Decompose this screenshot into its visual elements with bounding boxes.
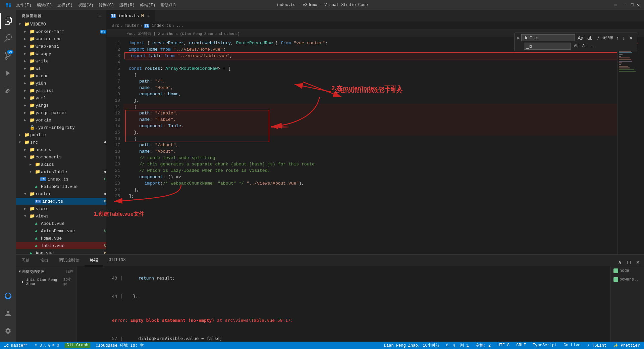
replace-button[interactable]: Ab (572, 43, 580, 50)
tree-item-axiosTable-index[interactable]: TS index.ts U (16, 176, 106, 183)
code-content[interactable]: import { createRouter, createWebHistory,… (123, 30, 644, 254)
menu-view[interactable]: 视图(V) (78, 2, 94, 8)
tree-item-table[interactable]: ▲ Table.vue U (16, 242, 106, 249)
tree-item-yallist[interactable]: ▶ 📁 yallist (16, 87, 106, 94)
find-word-button[interactable]: ab (586, 35, 594, 41)
menu-edit[interactable]: 编辑(E) (37, 2, 52, 8)
tree-item-yaml[interactable]: ▶ 📁 yaml (16, 94, 106, 102)
find-next-button[interactable]: ↓ (621, 35, 626, 41)
breadcrumb-file[interactable]: TS index.ts (144, 23, 171, 28)
status-prettier[interactable]: ✨ Prettier (612, 343, 641, 348)
replace-all-button[interactable]: Ab↵ (581, 43, 588, 50)
tab-close-button[interactable]: ✕ (146, 13, 151, 18)
tree-item-worker-farm[interactable]: ▶ 📁 worker-farm @v (16, 28, 106, 35)
menu-terminal[interactable]: 终端(T) (140, 2, 156, 8)
tree-item-home[interactable]: ▲ Home.vue (16, 235, 106, 242)
find-aa-button[interactable]: Aa (576, 35, 585, 41)
status-position[interactable]: 行 4, 列 1 (445, 343, 470, 348)
breadcrumb-src[interactable]: src (112, 23, 119, 28)
layout-icon[interactable]: ⊞ (614, 2, 617, 8)
status-golive[interactable]: Go Live (562, 343, 582, 348)
replace-input[interactable] (524, 43, 571, 50)
close-button[interactable]: ✕ (636, 3, 641, 7)
run-icon[interactable] (0, 65, 16, 81)
settings-icon[interactable] (0, 323, 16, 339)
status-encoding[interactable]: UTF-8 (496, 343, 511, 348)
tree-item-ws[interactable]: ▶ 📁 ws (16, 65, 106, 72)
account-icon[interactable] (0, 305, 16, 321)
terminal-output[interactable]: 43 | return result; 44 | }, error: Empty… (76, 266, 610, 342)
find-input[interactable] (521, 34, 575, 41)
status-spaces[interactable]: 空格: 2 (474, 343, 492, 348)
status-errors[interactable]: ⊘ 0 △ 0 ⊗ 0 (34, 343, 61, 348)
tree-root[interactable]: ▼ 📁 V3DEMO (16, 20, 106, 28)
tree-item-yorkie[interactable]: ▶ 📁 yorkie (16, 116, 106, 124)
menu-goto[interactable]: 转到(G) (99, 2, 114, 8)
tree-item-axiosTable[interactable]: ▼ 📁 axiosTable (16, 168, 106, 176)
menu-file[interactable]: 文件(F) (16, 2, 32, 8)
tree-item-about[interactable]: ▲ About.vue (16, 220, 106, 227)
find-prev-button[interactable]: ↑ (615, 35, 620, 41)
tree-item-router[interactable]: ▼ 📁 router (16, 190, 106, 198)
tree-item-views[interactable]: ▼ 📁 views (16, 212, 106, 220)
tree-item-xtend[interactable]: ▶ 📁 xtend (16, 72, 106, 80)
status-language[interactable]: TypeScript (531, 343, 558, 348)
find-regex-button[interactable]: .* (595, 35, 601, 41)
tree-item-appvue[interactable]: ▲ App.vue M (16, 249, 106, 254)
panel-collapse-button[interactable]: ∧ (616, 258, 623, 266)
tree-item-yargs-parser[interactable]: ▶ 📁 yargs-parser (16, 109, 106, 116)
status-tslint[interactable]: ⚡ TSLint (586, 343, 608, 348)
tree-item-wrap-ansi[interactable]: ▶ 📁 wrap-ansi (16, 43, 106, 50)
panel-tab-gitlins[interactable]: GITLINS (103, 254, 131, 266)
status-cloudbase[interactable]: CloudBase 环境 Id: 空 (94, 343, 145, 348)
menu-run[interactable]: 运行(R) (119, 2, 135, 8)
extensions-icon[interactable] (0, 83, 16, 99)
tree-item-assets[interactable]: ▶ 📁 assets (16, 146, 106, 153)
panel-tab-debug[interactable]: 调试控制台 (54, 254, 85, 266)
tab-index-ts[interactable]: TS index.ts M ✕ (107, 10, 156, 21)
status-gitgraph[interactable]: Git Graph (65, 343, 91, 348)
tree-item-store[interactable]: ▶ 📁 store (16, 205, 106, 212)
menu-select[interactable]: 选择(S) (57, 2, 73, 8)
remote-icon[interactable] (0, 288, 16, 304)
tree-item-src[interactable]: ▼ 📁 src (16, 139, 106, 146)
sidebar-tree[interactable]: ▼ 📁 V3DEMO ▶ 📁 worker-farm @v ▶ 📁 worker (16, 20, 106, 254)
tree-item-axios[interactable]: ▶ 📁 axios (16, 161, 106, 168)
find-close-button[interactable]: ✕ (628, 35, 634, 41)
status-eol[interactable]: CRLF (515, 343, 527, 348)
find-widget[interactable]: ▶ Aa ab .* 无结果 ↑ ↓ ✕ (514, 33, 637, 51)
tree-item-y18n[interactable]: ▶ 📁 y18n (16, 80, 106, 87)
code-editor[interactable]: You, 3秒钟前 | 2 authors (Dian Peng Zhao an… (107, 30, 644, 254)
panel-tab-terminal[interactable]: 终端 (85, 254, 103, 266)
tree-item-wrappy[interactable]: ▶ 📁 wrappy (16, 50, 106, 57)
status-branch[interactable]: ⎇ master* (3, 343, 30, 348)
tree-item-axiosdemo[interactable]: ▲ AxiosDemo.vue U (16, 227, 106, 235)
panel-tab-problems[interactable]: 问题 (16, 254, 35, 266)
new-file-icon[interactable]: ⋯ (98, 14, 101, 18)
panel-tab-output[interactable]: 输出 (35, 254, 54, 266)
breadcrumb-router[interactable]: router (124, 23, 139, 28)
menu-help[interactable]: 帮助(H) (161, 2, 176, 8)
explorer-icon[interactable] (0, 13, 16, 29)
maximize-button[interactable]: □ (630, 3, 635, 7)
status-author[interactable]: Dian Peng Zhao, 16小时前 (383, 343, 441, 348)
side-item-powers[interactable]: powers... (611, 275, 644, 284)
tree-item-public[interactable]: ▶ 📁 public (16, 131, 106, 139)
titlebar-menu[interactable]: 文件(F) 编辑(E) 选择(S) 视图(V) 转到(G) 运行(R) 终端(T… (16, 2, 176, 8)
source-control-icon[interactable]: 20 (0, 48, 16, 64)
side-item-node[interactable]: node (611, 266, 644, 275)
tree-item-helloworld[interactable]: ▲ HelloWorld.vue (16, 183, 106, 190)
tree-item-yargs[interactable]: ▶ 📁 yargs (16, 102, 106, 109)
tree-item-router-index[interactable]: TS index.ts M (16, 198, 106, 205)
tree-item-write[interactable]: ▶ 📁 write (16, 57, 106, 65)
panel-close-button[interactable]: ✕ (635, 259, 641, 266)
replace-options-button[interactable]: ⋯ (590, 43, 597, 50)
panel-expand-button[interactable]: □ (626, 259, 632, 266)
tree-item-components[interactable]: ▼ 📁 components (16, 153, 106, 161)
find-expand-icon[interactable]: ▶ (517, 35, 520, 41)
tree-item-yarn-integrity[interactable]: 🔒 .yarn-integrity (16, 124, 106, 131)
minimize-button[interactable]: ─ (624, 3, 629, 7)
tree-item-worker-rpc[interactable]: ▶ 📁 worker-rpc (16, 35, 106, 43)
search-activity-icon[interactable] (0, 30, 16, 46)
panel-terminal[interactable]: 43 | return result; 44 | }, error: Empty… (76, 266, 610, 342)
